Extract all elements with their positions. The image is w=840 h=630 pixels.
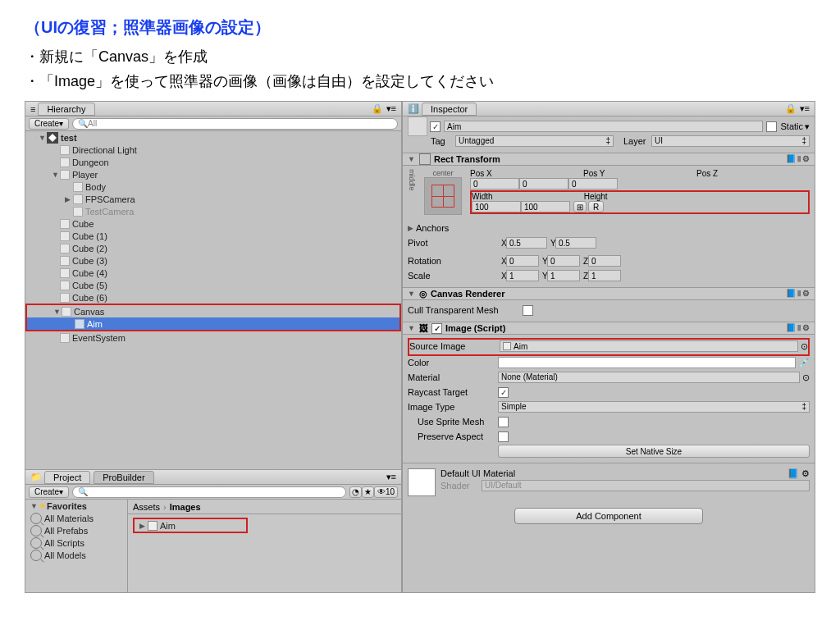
use-sprite-checkbox[interactable]	[498, 417, 509, 427]
help-icon[interactable]: 📘	[786, 289, 796, 299]
canvas-renderer-icon: ◎	[419, 289, 427, 299]
pos-y-field[interactable]	[519, 178, 568, 189]
hierarchy-item[interactable]: Body	[25, 180, 401, 193]
active-checkbox[interactable]: ✓	[430, 121, 441, 132]
static-dropdown-icon[interactable]: ▾	[805, 121, 810, 132]
material-field[interactable]: None (Material)	[498, 372, 800, 383]
hierarchy-item[interactable]: TestCamera	[25, 205, 401, 217]
filter-icon[interactable]: ★	[362, 486, 374, 498]
gear-icon[interactable]: ⚙	[801, 468, 810, 479]
height-field[interactable]	[521, 201, 570, 212]
asset-item-aim[interactable]: ▶Aim	[135, 519, 246, 532]
color-field[interactable]	[498, 357, 796, 368]
hierarchy-panel-header: ≡ Hierarchy 🔒 ▾≡	[25, 102, 401, 116]
gear-icon[interactable]: ⚙	[802, 289, 810, 299]
project-breadcrumb[interactable]: Assets › Images	[128, 500, 401, 514]
project-tab[interactable]: Project	[44, 471, 90, 484]
hierarchy-item[interactable]: Directional Light	[25, 144, 401, 156]
page-title: （UIの復習；照準器画像の設定）	[25, 16, 815, 39]
tag-dropdown[interactable]: Untagged‡	[455, 135, 614, 147]
project-tree[interactable]: ▼★ Favorites All Materials All Prefabs A…	[25, 500, 128, 592]
hierarchy-search[interactable]: 🔍All	[72, 118, 398, 130]
object-picker-icon[interactable]: ⊙	[802, 372, 810, 383]
canvas-renderer-header[interactable]: ▼◎ Canvas Renderer 📘⫴⚙	[403, 287, 815, 300]
image-type-dropdown[interactable]: Simple‡	[498, 401, 810, 413]
hierarchy-item[interactable]: Dungeon	[25, 156, 401, 168]
cull-checkbox[interactable]	[523, 305, 533, 316]
hierarchy-item[interactable]: Cube (5)	[25, 279, 401, 291]
scale-x[interactable]	[506, 270, 539, 281]
image-component-header[interactable]: ▼🖼 ✓ Image (Script) 📘⫴⚙	[403, 322, 815, 335]
anchors-foldout[interactable]: Anchors	[416, 223, 449, 233]
favorite-item[interactable]: All Scripts	[25, 536, 127, 549]
rot-x[interactable]	[506, 255, 539, 267]
bullet-2: ・「Image」を使って照準器の画像（画像は自由）を設定してください	[25, 71, 815, 91]
rot-z[interactable]	[588, 255, 621, 267]
panel-menu-icon[interactable]: ▾≡	[386, 103, 396, 114]
image-enable-checkbox[interactable]: ✓	[431, 323, 442, 334]
rect-transform-header[interactable]: ▼ Rect Transform 📘⫴⚙	[403, 153, 815, 166]
rot-y[interactable]	[547, 255, 580, 267]
panel-menu-icon[interactable]: ▾≡	[386, 472, 396, 482]
project-search[interactable]: 🔍	[72, 486, 346, 498]
name-field[interactable]	[444, 121, 763, 132]
gear-icon[interactable]: ⚙	[802, 323, 810, 333]
pivot-x[interactable]	[506, 237, 547, 249]
inspector-tab[interactable]: Inspector	[422, 103, 477, 116]
width-field[interactable]	[472, 201, 521, 212]
hierarchy-item-aim[interactable]: Aim	[27, 317, 399, 330]
add-component-button[interactable]: Add Component	[514, 508, 703, 524]
eyedropper-icon[interactable]: 💉	[798, 358, 810, 368]
create-button[interactable]: Create ▾	[29, 118, 69, 130]
blueprint-button[interactable]: ⊞	[573, 201, 587, 212]
anchor-preset[interactable]	[424, 177, 462, 215]
object-picker-icon[interactable]: ⊙	[801, 341, 808, 352]
project-create-button[interactable]: Create ▾	[29, 486, 69, 498]
hierarchy-item[interactable]: Cube	[25, 217, 401, 230]
tag-label: Tag	[431, 136, 455, 146]
pos-x-field[interactable]	[470, 178, 519, 189]
scale-z[interactable]	[588, 270, 621, 281]
preset-icon[interactable]: ⫴	[797, 323, 801, 333]
help-icon[interactable]: 📘	[786, 154, 796, 164]
hierarchy-item[interactable]: Cube (1)	[25, 230, 401, 242]
hierarchy-item[interactable]: ▼Player	[25, 168, 401, 180]
raycast-checkbox[interactable]: ✓	[498, 387, 509, 398]
source-image-field[interactable]: Aim	[500, 340, 798, 352]
help-icon[interactable]: 📘	[788, 468, 799, 479]
scale-y[interactable]	[547, 270, 580, 281]
middle-label: middle	[408, 169, 416, 215]
hierarchy-item[interactable]: EventSystem	[25, 331, 401, 344]
pivot-y[interactable]	[555, 237, 596, 249]
favorite-item[interactable]: All Models	[25, 549, 127, 561]
gear-icon[interactable]: ⚙	[802, 154, 810, 164]
raw-button[interactable]: R	[588, 201, 604, 212]
hierarchy-item[interactable]: ▶FPSCamera	[25, 193, 401, 205]
set-native-size-button[interactable]: Set Native Size	[498, 445, 810, 458]
preset-icon[interactable]: ⫴	[797, 289, 801, 299]
favorite-item[interactable]: All Prefabs	[25, 524, 127, 536]
hierarchy-item[interactable]: Cube (4)	[25, 267, 401, 279]
hierarchy-item[interactable]: Cube (2)	[25, 242, 401, 254]
static-checkbox[interactable]	[766, 121, 777, 132]
visibility-icon[interactable]: 👁10	[374, 486, 398, 498]
preserve-aspect-checkbox[interactable]	[498, 431, 509, 442]
unity-editor: ≡ Hierarchy 🔒 ▾≡ Create ▾ 🔍All ▼test Dir…	[25, 101, 815, 593]
preset-icon[interactable]: ⫴	[797, 154, 801, 164]
probuilder-tab[interactable]: ProBuilder	[94, 471, 153, 484]
lock-icon[interactable]: 🔒	[372, 103, 383, 114]
gameobject-icon	[408, 116, 427, 136]
filter-icon[interactable]: ◔	[349, 486, 362, 498]
pos-z-field[interactable]	[568, 178, 618, 189]
help-icon[interactable]: 📘	[786, 323, 796, 333]
lock-icon[interactable]: 🔒	[785, 103, 797, 114]
hierarchy-item[interactable]: Cube (3)	[25, 254, 401, 267]
layer-dropdown[interactable]: UI‡	[651, 135, 810, 147]
hierarchy-item-canvas[interactable]: ▼Canvas	[27, 305, 399, 317]
hierarchy-list[interactable]: ▼test Directional Light Dungeon ▼Player …	[25, 131, 401, 469]
hierarchy-item[interactable]: Cube (6)	[25, 291, 401, 304]
panel-menu-icon[interactable]: ▾≡	[800, 103, 810, 114]
scene-root[interactable]: test	[61, 133, 77, 143]
hierarchy-tab[interactable]: Hierarchy	[38, 103, 94, 116]
favorite-item[interactable]: All Materials	[25, 512, 127, 524]
